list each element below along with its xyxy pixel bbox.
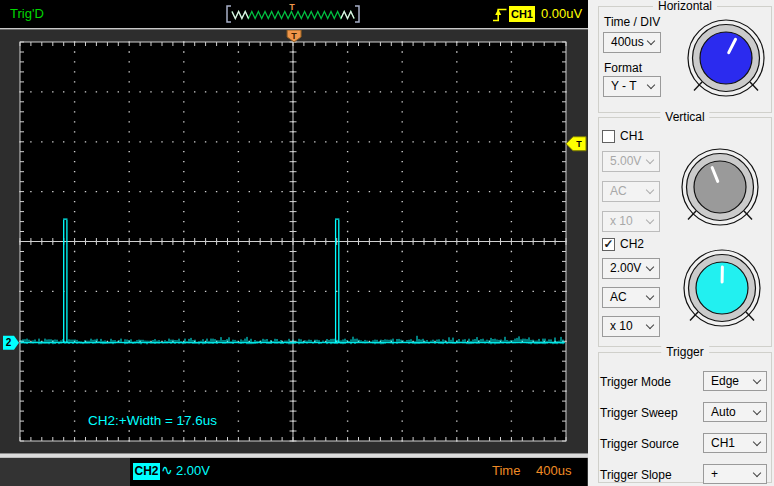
trigger-mode-value: Edge <box>711 374 739 388</box>
timebase-value: 400us <box>536 463 571 478</box>
format-select[interactable]: Y - T <box>603 76 661 97</box>
ch1-enable-checkbox[interactable] <box>602 130 615 143</box>
chevron-down-icon <box>753 376 761 384</box>
ch2-coupling-select[interactable]: AC <box>602 287 660 308</box>
ch1-volts-value: 5.00V <box>610 154 641 168</box>
ch1-coupling-select[interactable]: AC <box>602 181 660 202</box>
control-panel: Horizontal Time / DIV 400us Format Y - T… <box>588 0 774 486</box>
trigger-mode-label: Trigger Mode <box>600 375 671 389</box>
trigger-sweep-value: Auto <box>711 405 736 419</box>
ch2-volts-select[interactable]: 2.00V <box>602 258 660 279</box>
time-div-select[interactable]: 400us <box>603 32 661 53</box>
ch2-label: CH2 <box>620 237 644 251</box>
horizontal-group-title: Horizontal <box>653 0 717 13</box>
trigger-preview-strip[interactable]: T <box>224 1 362 27</box>
trigger-mode-select[interactable]: Edge <box>703 371 767 391</box>
chevron-down-icon <box>646 321 654 329</box>
chevron-down-icon <box>646 156 654 164</box>
svg-text:T: T <box>576 139 582 149</box>
time-div-label: Time / DIV <box>604 15 660 29</box>
ch2-probe-value: x 10 <box>610 319 633 333</box>
ch2-enable-checkbox[interactable] <box>602 238 615 251</box>
ch2-volts-value: 2.00V <box>610 261 641 275</box>
format-label: Format <box>604 61 642 75</box>
vertical-group-title: Vertical <box>660 110 709 124</box>
chevron-down-icon <box>646 263 654 271</box>
chevron-down-icon <box>646 186 654 194</box>
ch1-volts-select[interactable]: 5.00V <box>602 151 660 172</box>
ch1-coupling-value: AC <box>610 184 627 198</box>
rising-edge-icon <box>492 5 508 24</box>
trigger-slope-value: + <box>711 467 718 481</box>
trigger-sweep-select[interactable]: Auto <box>703 402 767 422</box>
ch1-label: CH1 <box>620 129 644 143</box>
chevron-down-icon <box>646 292 654 300</box>
chevron-down-icon <box>647 37 655 45</box>
svg-text:T: T <box>291 31 297 41</box>
scope-display: CH2:+Width = 17.6usTT2 <box>0 30 588 453</box>
trigger-group-title: Trigger <box>661 345 709 359</box>
chevron-down-icon <box>753 407 761 415</box>
format-value: Y - T <box>611 79 637 93</box>
ch2-badge: CH2 <box>133 463 160 480</box>
trigger-source-select[interactable]: CH1 <box>703 433 767 453</box>
trigger-source-label: Trigger Source <box>600 437 679 451</box>
ch2-volts-per-div: 2.00V <box>176 463 210 478</box>
trigger-slope-select[interactable]: + <box>703 464 767 484</box>
trigger-slope-label: Trigger Slope <box>600 468 672 482</box>
channel-readout-bar: CH2 ∿ 2.00V Time 400us <box>130 458 587 486</box>
chevron-down-icon <box>647 81 655 89</box>
preview-trigger-marker: T <box>289 2 295 12</box>
trigger-source-badge: CH1 <box>509 6 535 22</box>
trigger-status: Trig'D <box>10 6 44 21</box>
ch2-probe-select[interactable]: x 10 <box>602 316 660 337</box>
ch2-coupling-value: AC <box>610 290 627 304</box>
oscilloscope-app: Trig'D T CH1 0.00uV CH2:+Width = 17.6usT… <box>0 0 774 486</box>
measurement-readout: CH2:+Width = 17.6us <box>88 413 217 428</box>
chevron-down-icon <box>646 216 654 224</box>
trigger-sweep-label: Trigger Sweep <box>600 406 678 420</box>
ac-coupling-icon: ∿ <box>161 462 173 478</box>
ch1-position-knob[interactable] <box>677 144 763 230</box>
horizontal-knob[interactable] <box>683 15 769 101</box>
timebase-label: Time <box>492 463 520 478</box>
bottom-status-row: CH2 ∿ 2.00V Time 400us <box>0 458 588 486</box>
top-status-bar: Trig'D T CH1 0.00uV <box>0 0 588 28</box>
chevron-down-icon <box>753 469 761 477</box>
ch2-position-knob[interactable] <box>679 245 765 331</box>
ch1-probe-select[interactable]: x 10 <box>602 211 660 232</box>
svg-text:2: 2 <box>6 337 12 348</box>
trigger-level-readout: 0.00uV <box>541 6 582 21</box>
chevron-down-icon <box>753 438 761 446</box>
trigger-source-value: CH1 <box>711 436 735 450</box>
scope-frame: CH2:+Width = 17.6usTT2 <box>0 30 588 453</box>
ch1-probe-value: x 10 <box>610 214 633 228</box>
time-div-value: 400us <box>611 35 644 49</box>
